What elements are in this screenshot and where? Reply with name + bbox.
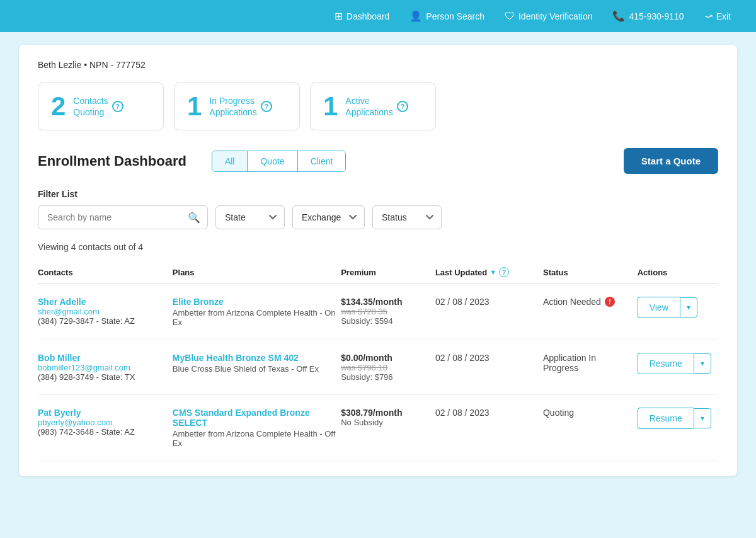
grid-icon: ⊞ [335,10,343,22]
contact-name-sher[interactable]: Sher Adelle [38,297,173,307]
table-row: Sher Adelle sher@gmail.com (384) 729-384… [38,284,718,340]
stat-in-progress: 1 In ProgressApplications ? [174,83,300,130]
plan-provider-sher: Ambetter from Arizona Complete Health - … [173,308,341,327]
table-row: Bob Miller bobmiller123@gmail.com (384) … [38,340,718,395]
nav-exit[interactable]: ⤻ Exit [704,10,731,22]
plan-cell-bob: MyBlue Health Bronze SM 402 Blue Cross B… [173,353,341,374]
nav-identity-verification[interactable]: 🛡 Identity Verification [505,11,593,22]
active-applications-help-icon[interactable]: ? [397,101,408,112]
nav-dashboard[interactable]: ⊞ Dashboard [335,10,390,22]
status-error-icon-sher: ! [605,297,615,307]
premium-subsidy-pat: No Subsidy [341,418,435,427]
search-wrapper: 🔍 [38,205,208,229]
tab-quote[interactable]: Quote [248,151,297,171]
stat-contacts-quoting: 2 ContactsQuoting ? [38,83,164,130]
last-updated-bob: 02 / 08 / 2023 [435,353,543,363]
agent-name: Beth Lezlie [38,60,81,70]
nav-person-search[interactable]: 👤 Person Search [410,10,484,22]
exit-icon: ⤻ [704,10,713,22]
premium-amount-bob: $0.00/month [341,353,435,363]
filter-tabs: All Quote Client [212,151,346,172]
th-contacts: Contacts [38,267,173,277]
contact-cell-bob: Bob Miller bobmiller123@gmail.com (384) … [38,353,173,382]
stats-row: 2 ContactsQuoting ? 1 In ProgressApplica… [38,83,718,130]
contact-email-sher[interactable]: sher@gmail.com [38,307,173,316]
resume-button-pat[interactable]: Resume [638,408,694,429]
last-updated-pat: 02 / 08 / 2023 [435,408,543,418]
start-quote-button[interactable]: Start a Quote [624,148,718,174]
viewing-info: Viewing 4 contacts out of 4 [38,242,718,252]
premium-subsidy-bob: Subsidy: $796 [341,372,435,382]
main-wrapper: Beth Lezlie • NPN - 777752 2 ContactsQuo… [0,32,756,495]
premium-cell-bob: $0.00/month was $796.10 Subsidy: $796 [341,353,435,382]
page-title: Enrollment Dashboard [38,153,186,169]
stat-number-in-progress: 1 [187,93,202,120]
table-row: Pat Byerly pbyerly@yahoo.com (983) 742-3… [38,395,718,461]
premium-cell-pat: $308.79/month No Subsidy [341,408,435,427]
stat-label-in-progress: In ProgressApplications [209,95,257,118]
th-actions: Actions [638,267,718,277]
plan-name-pat[interactable]: CMS Standard Expanded Bronze SELECT [173,408,341,428]
dashboard-header: Enrollment Dashboard All Quote Client St… [38,148,718,174]
contact-phone-sher: (384) 729-3847 - State: AZ [38,316,173,326]
search-input[interactable] [38,205,208,229]
status-dropdown[interactable]: Status [372,205,442,229]
last-updated-help-icon[interactable]: ? [499,267,509,277]
premium-was-bob: was $796.10 [341,363,435,372]
plan-name-sher[interactable]: Elite Bronze [173,297,341,307]
sort-down-icon: ▼ [490,268,496,276]
search-icon: 🔍 [188,212,200,224]
status-sher: Action Needed ! [543,297,638,307]
action-dropdown-sher[interactable]: ▾ [680,297,697,318]
contact-phone-pat: (983) 742-3648 - State: AZ [38,427,173,437]
content-card: Beth Lezlie • NPN - 777752 2 ContactsQuo… [19,45,737,476]
premium-subsidy-sher: Subsidy: $594 [341,316,435,326]
resume-button-bob[interactable]: Resume [638,353,694,374]
plan-provider-bob: Blue Cross Blue Shield of Texas - Off Ex [173,364,341,374]
table-header: Contacts Plans Premium Last Updated ▼ ? … [38,262,718,284]
stat-number-active: 1 [323,93,338,120]
action-dropdown-pat[interactable]: ▾ [694,408,711,428]
contact-email-bob[interactable]: bobmiller123@gmail.com [38,363,173,372]
view-button-sher[interactable]: View [638,297,680,318]
contact-name-pat[interactable]: Pat Byerly [38,408,173,418]
tab-client[interactable]: Client [298,151,346,171]
filter-section: Filter List 🔍 State Exchange Status [38,189,718,229]
exchange-dropdown[interactable]: Exchange [292,205,365,229]
stat-number-contacts: 2 [51,93,66,120]
phone-icon: 📞 [612,10,625,22]
premium-amount-pat: $308.79/month [341,408,435,418]
person-icon: 👤 [410,10,422,22]
top-nav: ⊞ Dashboard 👤 Person Search 🛡 Identity V… [0,0,756,32]
header-left: Enrollment Dashboard All Quote Client [38,151,346,172]
last-updated-sher: 02 / 08 / 2023 [435,297,543,307]
contact-cell-sher: Sher Adelle sher@gmail.com (384) 729-384… [38,297,173,326]
plan-provider-pat: Ambetter from Arizona Complete Health - … [173,429,341,448]
state-dropdown[interactable]: State [215,205,285,229]
actions-bob: Resume ▾ [638,353,718,374]
th-last-updated[interactable]: Last Updated ▼ ? [435,267,543,277]
status-pat: Quoting [543,408,638,418]
tab-all[interactable]: All [212,151,248,171]
stat-label-contacts: ContactsQuoting [73,95,108,118]
premium-amount-sher: $134.35/month [341,297,435,307]
th-plans: Plans [173,267,341,277]
premium-was-sher: was $728.35 [341,307,435,316]
nav-phone[interactable]: 📞 415-930-9110 [612,10,684,22]
contacts-quoting-help-icon[interactable]: ? [112,101,123,112]
plan-name-bob[interactable]: MyBlue Health Bronze SM 402 [173,353,341,363]
premium-cell-sher: $134.35/month was $728.35 Subsidy: $594 [341,297,435,326]
shield-icon: 🛡 [505,11,515,22]
th-status: Status [543,267,638,277]
contact-email-pat[interactable]: pbyerly@yahoo.com [38,418,173,427]
status-bob: Application InProgress [543,353,638,373]
contact-name-bob[interactable]: Bob Miller [38,353,173,363]
action-dropdown-bob[interactable]: ▾ [694,353,711,374]
stat-active-applications: 1 ActiveApplications ? [310,83,436,130]
actions-sher: View ▾ [638,297,718,318]
filter-list-label: Filter List [38,189,718,199]
th-premium: Premium [341,267,435,277]
stat-label-active: ActiveApplications [345,95,393,118]
in-progress-help-icon[interactable]: ? [261,101,272,112]
contact-cell-pat: Pat Byerly pbyerly@yahoo.com (983) 742-3… [38,408,173,437]
